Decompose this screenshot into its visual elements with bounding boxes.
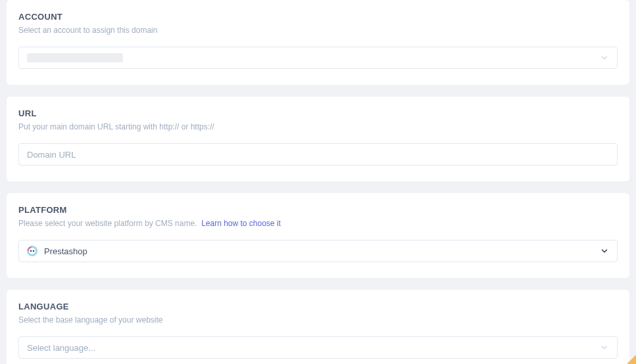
platform-title: PLATFORM [18, 205, 618, 215]
prestashop-icon [27, 246, 37, 256]
platform-section: PLATFORM Please select your website plat… [7, 193, 629, 278]
corner-badge-icon [627, 355, 636, 364]
chevron-down-icon [600, 246, 609, 256]
chevron-down-icon [600, 343, 609, 352]
platform-value: Prestashop [44, 246, 87, 256]
url-section: URL Put your main domain URL starting wi… [7, 97, 629, 181]
url-input[interactable] [18, 143, 618, 166]
account-description: Select an account to assign this domain [18, 26, 618, 35]
platform-description: Please select your website platform by C… [18, 219, 618, 228]
language-section: LANGUAGE Select the base language of you… [7, 290, 629, 364]
url-title: URL [18, 108, 618, 118]
language-placeholder: Select language... [27, 343, 95, 353]
svg-point-1 [29, 248, 36, 254]
platform-select[interactable]: Prestashop [18, 240, 618, 262]
chevron-down-icon [600, 53, 609, 62]
language-select[interactable]: Select language... [18, 336, 618, 359]
account-select[interactable] [18, 47, 618, 69]
url-description: Put your main domain URL starting with h… [18, 122, 618, 131]
account-section: ACCOUNT Select an account to assign this… [7, 0, 629, 85]
language-description: Select the base language of your website [18, 315, 618, 325]
svg-point-2 [30, 250, 32, 252]
account-title: ACCOUNT [18, 12, 618, 22]
language-title: LANGUAGE [18, 302, 618, 311]
platform-learn-link[interactable]: Learn how to choose it [201, 219, 281, 228]
svg-point-3 [33, 250, 34, 252]
account-value-redacted [27, 53, 123, 62]
